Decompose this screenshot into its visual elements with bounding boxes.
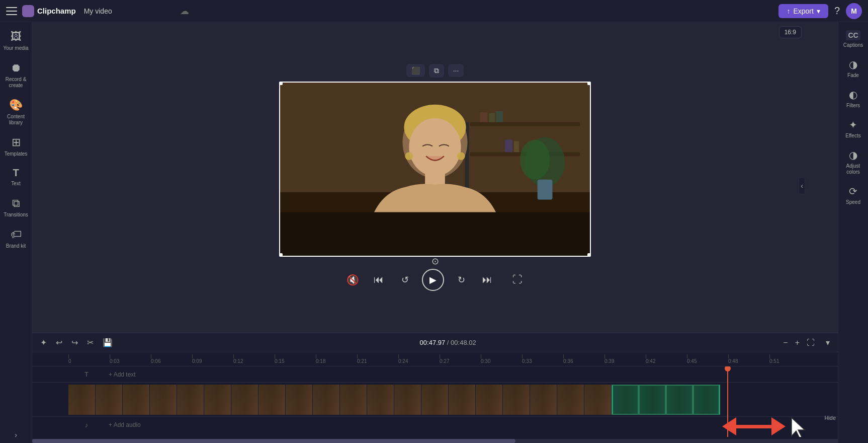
more-options-button[interactable]: ··· xyxy=(448,64,464,77)
ruler-mark-15: 0:15 xyxy=(275,354,316,364)
timeline-scrollbar[interactable] xyxy=(32,439,838,443)
skip-forward-icon: ⏭ xyxy=(482,274,492,285)
timeline-toolbar: ✦ ↩ ↪ ✂ 💾 00:47.97 / 00:48.02 xyxy=(32,333,838,352)
right-panel-collapse[interactable]: ‹ xyxy=(799,177,805,194)
crop-button[interactable]: ⬛ xyxy=(406,64,425,77)
sidebar-item-templates[interactable]: ⊞ Templates xyxy=(1,132,31,161)
add-text-button[interactable]: + Add text xyxy=(105,369,140,380)
transitions-icon: ⧉ xyxy=(12,197,20,210)
sidebar-item-your-media[interactable]: 🖼 Your media xyxy=(1,26,31,55)
skip-forward-button[interactable]: ⏭ xyxy=(478,271,496,289)
export-button[interactable]: ↑ Export ▾ xyxy=(778,4,828,18)
resize-handle-br[interactable] xyxy=(587,253,591,257)
filmstrip-frame-14 xyxy=(421,385,449,415)
video-title-input[interactable] xyxy=(81,6,175,16)
cut-button[interactable]: ✂ xyxy=(85,336,96,349)
more-icon: ··· xyxy=(453,66,459,75)
zoom-in-button[interactable]: + xyxy=(793,336,802,349)
timeline-collapse-button[interactable]: ▾ xyxy=(824,336,832,349)
right-sidebar-fade[interactable]: ◑ Fade xyxy=(839,54,867,83)
filters-label: Filters xyxy=(846,103,860,109)
zoom-controls: − + ⛶ xyxy=(781,336,817,349)
mute-button[interactable]: 🔇 xyxy=(343,271,362,289)
right-sidebar-speed[interactable]: ⟳ Speed xyxy=(839,181,867,209)
filmstrip-frame-17 xyxy=(503,385,530,415)
sidebar-item-your-media-label: Your media xyxy=(3,45,28,51)
filmstrip-frame-23 xyxy=(666,385,693,415)
text-track-label-area: T xyxy=(68,371,105,378)
topbar-right: ↑ Export ▾ ? M xyxy=(778,3,862,19)
skip-back-icon: ⏮ xyxy=(374,274,384,285)
svg-rect-8 xyxy=(505,139,512,152)
filmstrip-frame-20 xyxy=(584,385,612,415)
ruler-mark-6: 0:06 xyxy=(151,354,192,364)
export-chevron: ▾ xyxy=(817,7,820,15)
filmstrip-frame-12 xyxy=(367,385,394,415)
zoom-out-button[interactable]: − xyxy=(781,336,790,349)
right-sidebar-captions[interactable]: CC Captions xyxy=(839,26,867,52)
ruler-mark-48: 0:48 xyxy=(728,354,769,364)
add-audio-button[interactable]: + Add audio xyxy=(105,419,145,430)
add-clip-button[interactable]: ✦ xyxy=(38,336,49,349)
preview-area: 16:9 ‹ ⬛ ⧉ ··· xyxy=(32,22,838,332)
sidebar-item-record[interactable]: ⏺ Record &create xyxy=(1,57,31,93)
sidebar-item-record-label: Record &create xyxy=(6,77,27,89)
svg-rect-21 xyxy=(280,212,590,256)
aspect-ratio-badge[interactable]: 16:9 xyxy=(779,26,802,38)
video-frame-content xyxy=(280,83,590,256)
preview-background xyxy=(280,83,590,256)
sidebar-item-transitions[interactable]: ⧉ Transitions xyxy=(1,193,31,222)
hide-label[interactable]: Hide xyxy=(824,415,836,421)
zoom-out-icon: − xyxy=(783,338,788,347)
save-button[interactable]: 💾 xyxy=(101,336,115,349)
filmstrip-frame-10 xyxy=(313,385,340,415)
sidebar-item-text[interactable]: T Text xyxy=(1,163,31,191)
video-toolbar: ⬛ ⧉ ··· xyxy=(406,64,464,78)
right-sidebar-adjust-colors[interactable]: ◑ Adjustcolors xyxy=(839,145,867,179)
filmstrip-frame-16 xyxy=(476,385,503,415)
filmstrip-frame-3 xyxy=(123,385,150,415)
resize-handle-tr[interactable] xyxy=(587,82,591,85)
zoom-in-icon: + xyxy=(795,338,800,347)
ruler-mark-45: 0:45 xyxy=(687,354,728,364)
right-sidebar-filters[interactable]: ◐ Filters xyxy=(839,85,867,113)
sidebar-expand-button[interactable]: › xyxy=(15,431,17,439)
svg-point-16 xyxy=(409,118,461,176)
right-sidebar-effects[interactable]: ✦ Effects xyxy=(839,115,867,143)
timeline-expand-button[interactable]: ⛶ xyxy=(805,336,817,349)
pip-button[interactable]: ⧉ xyxy=(429,64,444,78)
hamburger-menu[interactable] xyxy=(6,7,17,15)
video-filmstrip[interactable] xyxy=(68,385,838,415)
forward-button[interactable]: ↻ xyxy=(452,271,470,289)
resize-handle-tl[interactable] xyxy=(279,82,283,85)
timeline-time: 00:47.97 / 00:48.02 xyxy=(420,339,476,346)
fullscreen-button[interactable]: ⛶ xyxy=(508,271,527,289)
timeline-scrollbar-thumb[interactable] xyxy=(32,439,515,443)
sidebar-item-content-library[interactable]: 🎨 Contentlibrary xyxy=(1,95,31,130)
ruler-mark-12: 0:12 xyxy=(233,354,275,364)
ruler-mark-30: 0:30 xyxy=(481,354,522,364)
add-text-label: + Add text xyxy=(109,371,136,378)
expand-icon: ⛶ xyxy=(807,338,815,347)
add-clip-icon: ✦ xyxy=(40,338,47,347)
ruler-mark-39: 0:39 xyxy=(604,354,646,364)
ruler-mark-42: 0:42 xyxy=(646,354,687,364)
undo-button[interactable]: ↩ xyxy=(54,336,64,349)
skip-back-button[interactable]: ⏮ xyxy=(370,271,388,289)
record-icon: ⏺ xyxy=(11,61,22,75)
video-drag-handle[interactable]: ⊙ xyxy=(431,256,439,267)
playback-controls: 🔇 ⏮ ↺ ▶ ↻ ⏭ ⛶ xyxy=(343,269,527,291)
playhead[interactable] xyxy=(727,366,728,437)
rewind-button[interactable]: ↺ xyxy=(396,271,414,289)
text-track-icon: T xyxy=(84,371,89,378)
resize-handle-bl[interactable] xyxy=(279,253,283,257)
filmstrip-frame-24 xyxy=(693,385,720,415)
play-button[interactable]: ▶ xyxy=(422,269,444,291)
redo-button[interactable]: ↪ xyxy=(69,336,80,349)
avatar[interactable]: M xyxy=(846,3,862,19)
help-icon[interactable]: ? xyxy=(834,5,840,17)
export-icon: ↑ xyxy=(787,7,790,15)
sidebar-item-brand-kit[interactable]: 🏷 Brand kit xyxy=(1,224,31,253)
adjust-colors-label: Adjustcolors xyxy=(846,163,860,175)
svg-rect-6 xyxy=(489,113,495,122)
